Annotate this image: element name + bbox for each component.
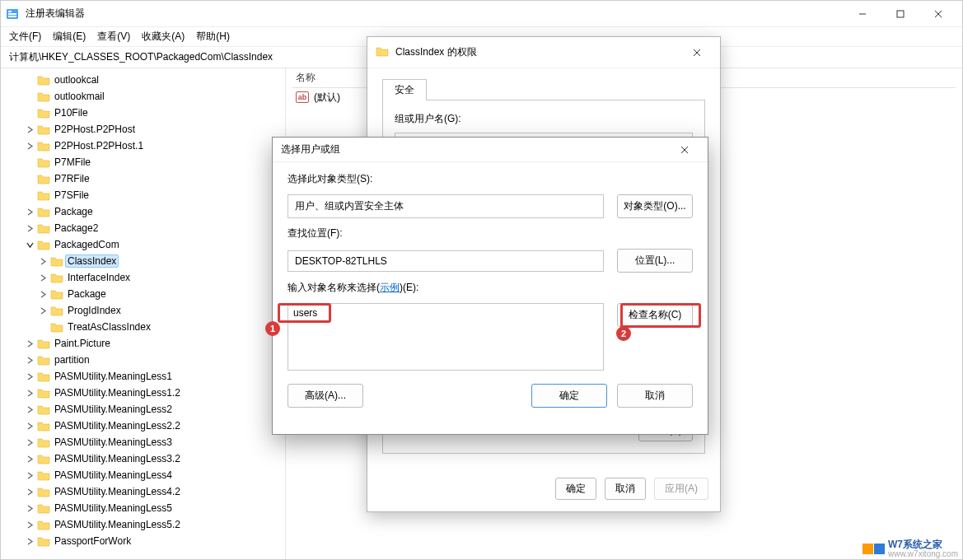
folder-icon [37, 123, 50, 136]
tree-item[interactable]: ProgIdIndex [1, 302, 285, 319]
tree-item[interactable]: PASMUtility.MeaningLess5.2 [1, 516, 285, 533]
folder-icon [37, 518, 50, 531]
tree-item[interactable]: PASMUtility.MeaningLess4.2 [1, 483, 285, 500]
chevron-down-icon[interactable] [24, 241, 35, 249]
tree-item[interactable]: PASMUtility.MeaningLess1 [1, 368, 285, 385]
chevron-right-icon[interactable] [24, 208, 35, 216]
tree-item[interactable]: PASMUtility.MeaningLess4 [1, 467, 285, 483]
object-names-input[interactable]: users [287, 303, 604, 371]
tree-item[interactable]: InterfaceIndex [1, 269, 285, 286]
perm-cancel-button[interactable]: 取消 [605, 478, 646, 500]
sel-ok-button[interactable]: 确定 [531, 384, 607, 408]
tree-item[interactable]: P2PHost.P2PHost.1 [1, 138, 285, 154]
tree-item[interactable]: PASMUtility.MeaningLess1.2 [1, 385, 285, 401]
chevron-right-icon[interactable] [24, 439, 35, 446]
sel-cancel-button[interactable]: 取消 [617, 384, 693, 408]
folder-icon [37, 139, 50, 152]
tree-item[interactable]: P7MFile [1, 154, 285, 170]
tree-item[interactable]: P7RFile [1, 170, 285, 187]
tab-security[interactable]: 安全 [382, 79, 427, 100]
chevron-right-icon[interactable] [24, 422, 35, 430]
tree-item[interactable]: outlookcal [1, 72, 285, 88]
tree-item[interactable]: PASMUtility.MeaningLess3.2 [1, 450, 285, 467]
tree-item-label: PASMUtility.MeaningLess3 [52, 436, 175, 448]
tree-item[interactable]: partition [1, 352, 285, 368]
chevron-right-icon[interactable] [24, 505, 35, 512]
tree-item[interactable]: ClassIndex [1, 253, 285, 269]
tree-item[interactable]: PASMUtility.MeaningLess2 [1, 401, 285, 418]
tree-item[interactable]: Package [1, 286, 285, 302]
close-button[interactable] [919, 1, 957, 27]
tree-item-label: PASMUtility.MeaningLess4.2 [52, 486, 183, 497]
chevron-right-icon[interactable] [37, 274, 49, 282]
object-names-value: users [293, 307, 317, 319]
tree-item[interactable]: PassportForWork [1, 533, 285, 549]
perm-ok-button[interactable]: 确定 [555, 478, 596, 500]
annotation-badge-2: 2 [616, 326, 631, 341]
tree-item-label: Paint.Picture [52, 338, 113, 349]
tree-item-label: P10File [52, 107, 91, 119]
object-names-label: 输入对象名称来选择(示例)(E): [287, 281, 693, 295]
chevron-right-icon[interactable] [24, 373, 35, 380]
chevron-right-icon[interactable] [24, 225, 35, 232]
chevron-right-icon[interactable] [24, 488, 35, 496]
menu-view[interactable]: 查看(V) [97, 30, 130, 44]
tree-item[interactable]: PASMUtility.MeaningLess5 [1, 500, 285, 516]
group-users-label: 组或用户名(G): [395, 112, 693, 126]
menu-edit[interactable]: 编辑(E) [53, 30, 86, 44]
maximize-button[interactable] [881, 1, 919, 27]
chevron-right-icon[interactable] [24, 472, 35, 479]
tree-item[interactable]: Package2 [1, 220, 285, 236]
chevron-right-icon[interactable] [24, 340, 35, 348]
tree-item[interactable]: P7SFile [1, 187, 285, 203]
tree-item[interactable]: PASMUtility.MeaningLess2.2 [1, 418, 285, 434]
tree-item[interactable]: Paint.Picture [1, 335, 285, 352]
chevron-right-icon[interactable] [24, 538, 35, 545]
chevron-right-icon[interactable] [24, 142, 35, 150]
object-types-button[interactable]: 对象类型(O)... [617, 194, 693, 218]
tree-item[interactable]: Package [1, 203, 285, 220]
watermark-url: www.w7xitong.com [888, 550, 958, 559]
minimize-button[interactable] [844, 1, 881, 27]
locations-button[interactable]: 位置(L)... [617, 249, 693, 273]
tree-item[interactable]: TreatAsClassIndex [1, 319, 285, 335]
tree-item-label: Package [65, 288, 109, 300]
svg-rect-2 [8, 13, 16, 15]
tree-item[interactable]: PASMUtility.MeaningLess3 [1, 434, 285, 450]
tree-item[interactable]: P10File [1, 105, 285, 121]
tree-item[interactable]: PackagedCom [1, 236, 285, 253]
permissions-close-button[interactable] [682, 40, 712, 65]
chevron-right-icon[interactable] [24, 126, 35, 133]
tree-pane[interactable]: outlookcaloutlookmailP10FileP2PHost.P2PH… [1, 68, 286, 559]
chevron-right-icon[interactable] [24, 357, 35, 364]
check-names-button[interactable]: 检查名称(C) [617, 303, 693, 327]
folder-icon [37, 469, 50, 482]
menu-file[interactable]: 文件(F) [9, 30, 41, 44]
tree-item-label: outlookmail [52, 91, 107, 102]
sel-advanced-button[interactable]: 高级(A)... [287, 384, 363, 408]
folder-icon [37, 502, 50, 515]
menu-favorites[interactable]: 收藏夹(A) [142, 30, 185, 44]
perm-apply-button[interactable]: 应用(A) [654, 478, 708, 500]
chevron-right-icon[interactable] [24, 521, 35, 529]
address-text: 计算机\HKEY_CLASSES_ROOT\PackagedCom\ClassI… [9, 50, 273, 64]
chevron-right-icon[interactable] [37, 291, 49, 298]
tree-item-label: P7SFile [52, 189, 91, 201]
tree-item-label: PASMUtility.MeaningLess1 [52, 371, 175, 382]
chevron-right-icon[interactable] [24, 455, 35, 463]
annotation-badge-1: 1 [265, 321, 280, 336]
tree-item-label: PASMUtility.MeaningLess4 [52, 469, 175, 481]
examples-link[interactable]: 示例 [380, 282, 400, 293]
folder-icon [37, 534, 50, 548]
chevron-right-icon[interactable] [24, 406, 35, 413]
tree-item[interactable]: P2PHost.P2PHost [1, 121, 285, 138]
folder-icon [37, 370, 50, 383]
folder-icon [37, 353, 50, 366]
tree-item-label: PASMUtility.MeaningLess3.2 [52, 453, 183, 464]
chevron-right-icon[interactable] [24, 390, 35, 397]
select-dialog-close-button[interactable] [670, 139, 699, 161]
menu-help[interactable]: 帮助(H) [196, 30, 230, 44]
chevron-right-icon[interactable] [37, 258, 49, 265]
tree-item[interactable]: outlookmail [1, 88, 285, 105]
chevron-right-icon[interactable] [37, 307, 49, 315]
